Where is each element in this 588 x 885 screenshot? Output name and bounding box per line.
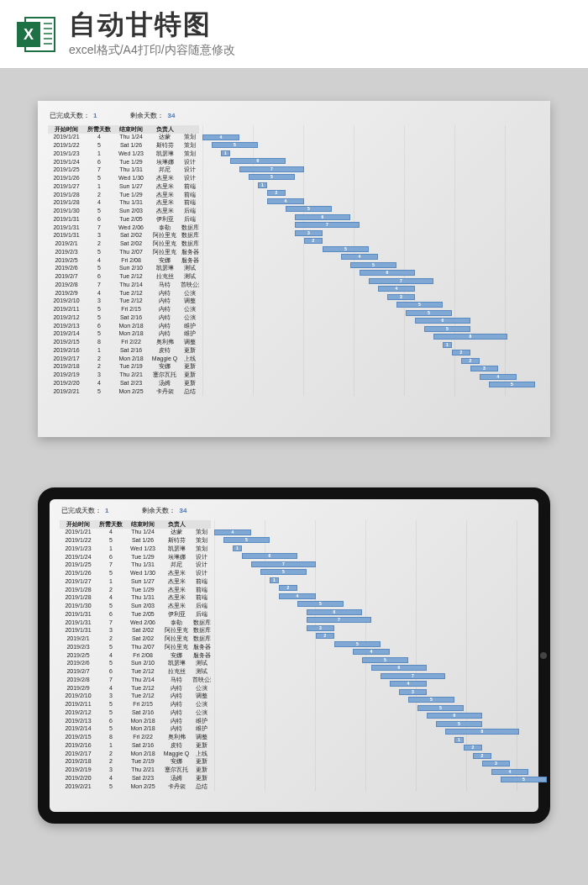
table-cell: 马特 <box>149 281 181 289</box>
table-cell: 1 <box>97 545 125 553</box>
table-cell: 内特 <box>149 298 181 306</box>
table-cell: 2 <box>97 750 125 758</box>
table-cell: 策划 <box>192 529 211 537</box>
table-cell: Tue 1/29 <box>125 586 160 594</box>
table-cell: 维护 <box>192 717 211 725</box>
gantt-bar: 1 <box>258 182 267 188</box>
remaining-label: 剩余天数： <box>130 112 164 119</box>
table-cell: 首映公演 <box>181 281 199 289</box>
table-cell: 策划 <box>181 134 199 142</box>
table-cell: Mon 2/18 <box>125 725 160 734</box>
gantt-row: 4 <box>214 593 532 601</box>
svg-text:X: X <box>24 26 34 43</box>
column-header: 负责人 <box>149 125 181 134</box>
table-cell: 拉克丝 <box>160 668 192 677</box>
table-cell: 公演 <box>181 306 199 314</box>
column-header <box>192 520 211 529</box>
table-cell: Thu 1/31 <box>113 166 149 175</box>
table-cell: 7 <box>85 166 113 175</box>
table-cell: 6 <box>85 158 113 166</box>
gantt-table: 开始时间所需天数结束时间负责人2019/1/214Thu 1/24达蒙策划201… <box>55 517 533 791</box>
gantt-bar: 6 <box>295 214 350 220</box>
completed-label: 已完成天数： <box>50 112 90 119</box>
gantt-bar: 1 <box>221 150 230 156</box>
table-cell: 测试 <box>181 273 199 282</box>
table-cell: 伊利亚 <box>149 215 181 224</box>
table-cell: 1 <box>97 741 125 750</box>
table-cell: 5 <box>97 603 125 611</box>
table-cell: Thu 2/07 <box>113 248 149 256</box>
gantt-row: 5 <box>202 173 543 182</box>
gantt-row: 2 <box>202 237 543 245</box>
gantt-bar: 7 <box>369 278 433 284</box>
table-cell: 5 <box>97 725 125 734</box>
gantt-bar: 2 <box>267 190 286 196</box>
gantt-row: 3 <box>202 365 543 373</box>
table-cell: 埃琳娜 <box>149 158 181 166</box>
table-cell: Sat 2/02 <box>125 627 160 635</box>
table-cell: Thu 2/14 <box>113 281 149 289</box>
table-cell: 2019/1/25 <box>60 561 97 570</box>
table-cell: 凯瑟琳 <box>160 545 192 553</box>
gantt-row: 2 <box>214 744 532 752</box>
table-cell: 数据库 <box>181 240 199 249</box>
table-cell: 维护 <box>192 725 211 734</box>
gantt-row: 7 <box>202 166 543 174</box>
gantt-bar: 4 <box>491 769 528 775</box>
table-cell: 8 <box>85 339 113 347</box>
gantt-bar: 2 <box>279 585 297 591</box>
gantt-bar: 2 <box>464 745 482 751</box>
column-header: 开始时间 <box>48 125 85 134</box>
gantt-row: 1 <box>202 341 543 350</box>
table-cell: 数据库 <box>192 619 211 627</box>
table-cell: 更新 <box>181 346 199 355</box>
table-cell: 2019/2/18 <box>48 363 85 371</box>
table-cell: 前端 <box>181 199 199 208</box>
gantt-bar: 6 <box>415 318 470 324</box>
table-cell: 杰里米 <box>160 594 192 603</box>
table-cell: 4 <box>85 379 113 387</box>
gantt-row: 5 <box>202 261 543 270</box>
gantt-bar: 4 <box>480 374 517 380</box>
gantt-bar: 3 <box>482 761 510 766</box>
table-cell: 公演 <box>181 313 199 322</box>
table-cell: Sat 2/16 <box>125 741 160 750</box>
table-cell: Tue 2/12 <box>113 298 149 306</box>
gantt-bar: 7 <box>239 166 304 172</box>
table-cell: Mon 2/25 <box>113 387 149 396</box>
gantt-row: 5 <box>202 309 543 318</box>
table-cell: 2019/2/18 <box>60 758 97 766</box>
table-cell: 2019/2/11 <box>60 701 97 709</box>
table-cell: Thu 2/14 <box>125 676 160 684</box>
table-cell: Fri 2/08 <box>113 256 149 265</box>
excel-icon: X <box>17 13 59 55</box>
table-cell: 2019/1/28 <box>60 594 97 603</box>
table-cell: 安娜 <box>149 256 181 265</box>
table-cell: 泰勒 <box>160 619 192 627</box>
column-header: 开始时间 <box>60 520 97 529</box>
table-cell: 2019/2/20 <box>60 774 97 782</box>
table-cell: 2019/1/24 <box>48 158 85 166</box>
table-cell: 1 <box>85 182 113 191</box>
table-cell: Sun 2/03 <box>113 208 149 216</box>
table-cell: 汤姆 <box>149 379 181 387</box>
table-cell: Sun 2/10 <box>125 660 160 668</box>
table-cell: Fri 2/15 <box>113 306 149 314</box>
table-cell: 公演 <box>192 684 211 693</box>
table-cell: 前端 <box>181 182 199 191</box>
table-cell: 安娜 <box>160 758 192 766</box>
table-cell: 2019/1/31 <box>60 627 97 635</box>
table-cell: 1 <box>97 577 125 586</box>
table-cell: Sun 1/27 <box>113 182 149 191</box>
gantt-table: 开始时间所需天数结束时间负责人2019/1/214Thu 1/24达蒙策划201… <box>43 122 545 396</box>
table-cell: 7 <box>97 676 125 684</box>
table-cell: 阿拉里克 <box>160 635 192 644</box>
table-cell: 2019/2/10 <box>48 298 85 306</box>
remaining-value: 34 <box>167 112 175 119</box>
table-cell: 3 <box>85 232 113 240</box>
table-cell: Tue 2/12 <box>113 289 149 298</box>
table-cell: 凯瑟琳 <box>149 150 181 158</box>
gantt-bar: 5 <box>501 777 547 782</box>
table-cell: 总结 <box>181 387 199 396</box>
table-cell: Tue 2/19 <box>125 758 160 766</box>
